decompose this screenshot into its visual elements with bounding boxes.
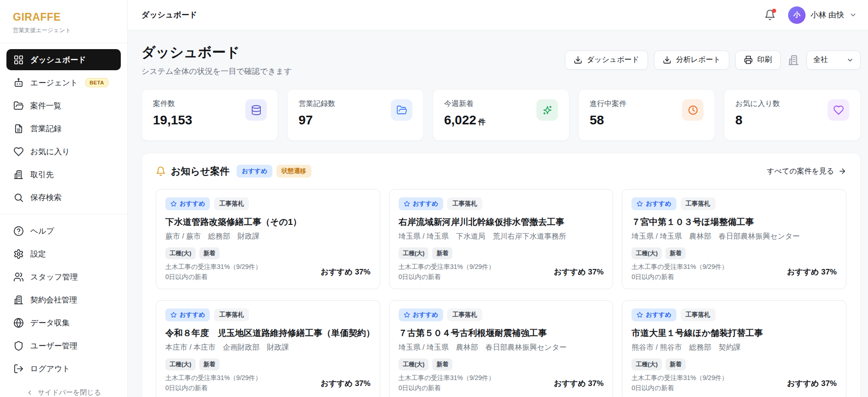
tag-new: 新着 — [432, 358, 452, 370]
order-rate-text: 土木工事の受注率31%（9/29件） — [399, 262, 495, 272]
bell-icon — [156, 166, 166, 176]
sidebar-item-gear[interactable]: 設定 — [6, 243, 121, 264]
export-dashboard-button[interactable]: ダッシュボード — [565, 50, 648, 70]
recommend-badge: おすすめ — [631, 308, 676, 321]
logout-icon — [13, 363, 24, 374]
sparkles-icon — [536, 99, 558, 121]
star-icon — [170, 312, 177, 318]
type-badge: 工事落札 — [681, 308, 716, 321]
sidebar-item-building[interactable]: 取引先 — [6, 164, 121, 185]
printer-icon — [744, 56, 753, 64]
project-title: 右岸流域新河岸川北幹線仮排水管撤去工事 — [399, 216, 604, 228]
project-card[interactable]: おすすめ 工事落札 下水道管路改築修繕工事（その1） 蕨市 / 蕨市 総務部 財… — [156, 189, 380, 289]
new-within-text: 0日以内の新着 — [399, 272, 495, 282]
sidebar-item-help-circle[interactable]: ヘルプ — [6, 220, 121, 241]
export-report-label: 分析レポート — [676, 55, 721, 65]
print-button[interactable]: 印刷 — [735, 50, 781, 70]
page-title: ダッシュボード — [141, 43, 292, 62]
recommend-badge: おすすめ — [399, 308, 443, 321]
stat-label: 今週新着 — [444, 99, 485, 109]
stat-value: 6,022件 — [444, 113, 485, 128]
order-rate-text: 土木工事の受注率31%（9/29件） — [399, 373, 495, 383]
recommend-score: おすすめ 37% — [787, 378, 837, 389]
recommend-badge: おすすめ — [399, 197, 443, 210]
stat-label: 進行中案件 — [590, 99, 626, 109]
new-within-text: 0日以内の新着 — [631, 383, 728, 393]
building-icon — [13, 295, 24, 305]
recommend-badge: おすすめ — [165, 197, 210, 210]
notifications-button[interactable] — [764, 9, 776, 21]
stat-value: 58 — [590, 113, 626, 128]
stat-unit: 件 — [478, 118, 485, 126]
brand-logo: GIRAFFE — [13, 11, 114, 23]
sidebar-item-robot[interactable]: エージェント BETA — [6, 72, 121, 93]
stat-value: 19,153 — [153, 113, 192, 128]
stat-card-sparkles: 今週新着 6,022件 — [433, 89, 569, 141]
sidebar-item-shield[interactable]: ユーザー管理 — [6, 335, 121, 356]
tag-new: 新着 — [432, 247, 452, 259]
arrow-right-icon — [838, 167, 846, 175]
recommend-badge: おすすめ — [165, 308, 210, 321]
notice-cards-grid: おすすめ 工事落札 下水道管路改築修繕工事（その1） 蕨市 / 蕨市 総務部 財… — [156, 189, 846, 397]
user-menu[interactable]: 小 小林 由快 — [788, 6, 857, 24]
export-dashboard-label: ダッシュボード — [587, 55, 639, 65]
heart-icon — [828, 99, 849, 121]
tag-work-type: 工種(大) — [631, 247, 662, 259]
notification-dot — [772, 9, 776, 13]
view-all-label: すべての案件を見る — [767, 167, 834, 176]
sidebar-item-logout[interactable]: ログアウト — [6, 358, 121, 379]
stat-card-clock: 進行中案件 58 — [578, 89, 715, 141]
project-card[interactable]: おすすめ 工事落札 ７宮中第１０３号ほ場整備工事 埼玉県 / 埼玉県 農林部 春… — [622, 189, 846, 289]
globe-icon — [13, 318, 24, 328]
stat-label: 営業記録数 — [299, 99, 335, 109]
tag-work-type: 工種(大) — [165, 247, 196, 259]
sidebar-item-search[interactable]: 保存検索 — [6, 187, 121, 208]
sidebar-item-globe[interactable]: データ収集 — [6, 312, 121, 333]
topbar: ダッシュボード 小 小林 由快 — [128, 0, 868, 30]
project-location: 熊谷市 / 熊谷市 総務部 契約課 — [631, 343, 837, 352]
view-all-link[interactable]: すべての案件を見る — [767, 167, 846, 176]
folder-icon — [13, 101, 24, 111]
star-icon — [170, 201, 177, 207]
recommend-score: おすすめ 37% — [554, 267, 603, 277]
sidebar: GIRAFFE 営業支援エージェント ダッシュボード エージェント BETA 案… — [0, 0, 128, 397]
export-report-button[interactable]: 分析レポート — [654, 50, 729, 70]
brand-tagline: 営業支援エージェント — [13, 27, 114, 34]
users-icon — [13, 272, 24, 282]
tag-new: 新着 — [199, 247, 220, 259]
sidebar-item-users[interactable]: スタッフ管理 — [6, 266, 121, 287]
recommend-score: おすすめ 37% — [321, 378, 370, 389]
chevron-down-icon — [846, 56, 854, 64]
stat-label: お気に入り数 — [735, 99, 780, 109]
sidebar-item-file-text[interactable]: 営業記録 — [6, 118, 121, 139]
project-location: 本庄市 / 本庄市 企画財政部 財政課 — [165, 343, 371, 352]
sidebar-secondary-nav: ヘルプ 設定 スタッフ管理 契約会社管理 データ収集 ユーザー管理 ログアウト — [0, 214, 127, 381]
project-card[interactable]: おすすめ 工事落札 右岸流域新河岸川北幹線仮排水管撤去工事 埼玉県 / 埼玉県 … — [389, 189, 614, 289]
star-icon — [404, 312, 410, 318]
sidebar-collapse-button[interactable]: サイドバーを閉じる — [0, 381, 127, 397]
sidebar-item-heart[interactable]: お気に入り — [6, 141, 121, 162]
type-badge: 工事落札 — [214, 308, 249, 321]
download-icon — [663, 56, 671, 64]
type-badge: 工事落札 — [681, 197, 716, 210]
recommend-score: おすすめ 37% — [321, 267, 370, 277]
project-card[interactable]: おすすめ 工事落札 市道大里１号線ほか舗装打替工事 熊谷市 / 熊谷市 総務部 … — [622, 300, 846, 397]
sidebar-item-folder[interactable]: 案件一覧 — [6, 95, 121, 116]
sidebar-item-building[interactable]: 契約会社管理 — [6, 289, 121, 310]
user-name: 小林 由快 — [811, 10, 844, 20]
stats-row: 案件数 19,153 営業記録数 97 今週新着 6,022件 進行中案件 58… — [141, 89, 861, 141]
type-badge: 工事落札 — [214, 197, 249, 210]
project-card[interactable]: おすすめ 工事落札 ７古第５０４号古利根堰耐震補強工事 埼玉県 / 埼玉県 農林… — [389, 300, 614, 397]
project-location: 蕨市 / 蕨市 総務部 財政課 — [165, 232, 371, 241]
order-rate-text: 土木工事の受注率31%（9/29件） — [631, 262, 728, 272]
project-card[interactable]: おすすめ 工事落札 令和８年度 児玉地区道路維持修繕工事（単価契約） 本庄市 /… — [156, 300, 380, 397]
sidebar-item-dashboard[interactable]: ダッシュボード — [6, 49, 121, 70]
building-icon[interactable] — [788, 54, 800, 66]
new-within-text: 0日以内の新着 — [165, 272, 262, 282]
scope-select[interactable]: 全社 — [806, 50, 861, 70]
chevron-left-icon — [26, 389, 33, 396]
tag-new: 新着 — [665, 247, 686, 259]
project-title: ７古第５０４号古利根堰耐震補強工事 — [399, 327, 604, 339]
database-icon — [245, 99, 267, 121]
order-rate-text: 土木工事の受注率31%（9/29件） — [631, 373, 728, 383]
